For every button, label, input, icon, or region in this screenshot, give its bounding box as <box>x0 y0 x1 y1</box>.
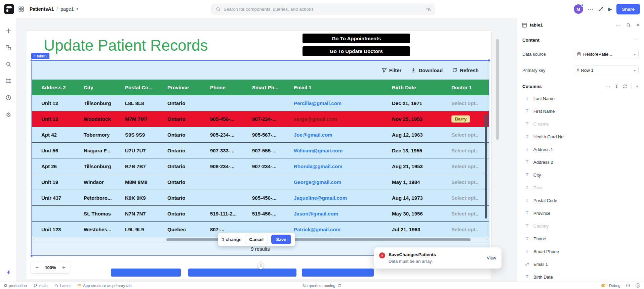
history-icon[interactable] <box>4 94 12 102</box>
doctor-cell[interactable]: Select opt... <box>448 227 479 232</box>
scroll-right-icon[interactable]: › <box>486 237 487 242</box>
table-cell[interactable]: May 1, 1984 <box>389 179 448 185</box>
table-component[interactable]: ⠿ table1 Filter Download <box>32 61 489 255</box>
column-item[interactable]: Email 1 <box>522 258 639 271</box>
cancel-button[interactable]: Cancel <box>245 235 268 244</box>
branch-selector[interactable]: main <box>34 284 48 288</box>
global-search-input[interactable]: Search for components, queries, and acti… <box>211 4 435 14</box>
table-cell[interactable]: Unit 12 <box>38 116 80 122</box>
table-cell[interactable]: 519-111-2... <box>207 211 249 216</box>
table-cell[interactable]: Unir 437 <box>38 195 80 201</box>
column-item[interactable]: TSmart Phone <box>522 245 639 258</box>
column-item[interactable]: TBirth Date <box>522 271 639 282</box>
table-cell[interactable]: Tobermory <box>80 132 122 138</box>
column-header[interactable]: Address 2 <box>38 85 80 90</box>
table-cell[interactable]: 905-567-... <box>249 132 290 138</box>
ai-lightning-icon[interactable] <box>4 268 13 277</box>
search-icon[interactable] <box>626 23 631 28</box>
email-cell[interactable]: Joe@gmail.com <box>290 132 389 138</box>
share-button[interactable]: Share <box>616 4 640 14</box>
search-icon[interactable] <box>4 60 12 68</box>
table-row[interactable]: Apt 26TillsonburgB7B 7B7Ontario908-234-.… <box>32 158 489 174</box>
table-cell[interactable]: Westches... <box>80 227 122 232</box>
table-cell[interactable]: Ontario <box>164 148 207 153</box>
environment-selector[interactable]: production <box>4 284 27 288</box>
column-header[interactable]: Email 1 <box>290 85 389 90</box>
table-cell[interactable]: Ontario <box>164 100 207 106</box>
table-cell[interactable]: Tillsonburg <box>80 100 122 106</box>
column-item[interactable]: TFirst Name <box>522 105 639 117</box>
column-item[interactable]: TProvince <box>522 207 639 220</box>
frame-icon[interactable] <box>4 77 12 85</box>
table-cell[interactable]: 807-... <box>207 227 249 232</box>
table-cell[interactable]: St. Thomas <box>80 211 122 216</box>
doctor-cell[interactable]: Barry <box>448 115 479 123</box>
table-cell[interactable]: Aug 21, 1953 <box>389 163 448 169</box>
table-cell[interactable]: Unit 56 <box>38 148 80 153</box>
add-column-icon[interactable]: + <box>636 83 639 89</box>
columns-sync-icon[interactable] <box>623 84 627 89</box>
table-row[interactable]: Apt 42TobermoryS9S 9S9Ontario905-234-...… <box>32 127 489 142</box>
table-cell[interactable]: 907-555-... <box>249 148 290 153</box>
table-cell[interactable]: Niagara F... <box>80 148 122 153</box>
table-cell[interactable]: Ontario <box>164 179 207 185</box>
selection-handle[interactable] <box>30 59 33 62</box>
selection-handle[interactable] <box>488 59 490 62</box>
table-cell[interactable]: 519-456-... <box>249 211 290 216</box>
table-cell[interactable]: B7B 7B7 <box>122 163 164 169</box>
column-header[interactable]: Province <box>164 85 207 90</box>
table-cell[interactable]: 907-234-... <box>249 163 290 169</box>
go-to-appointments-button[interactable]: Go To Appointments <box>303 34 410 43</box>
doctor-cell[interactable]: Select opt... <box>448 195 479 201</box>
filter-button[interactable]: Filter <box>381 67 402 73</box>
retool-logo-icon[interactable] <box>4 4 14 14</box>
app-structure-item[interactable]: App structure as primary tab <box>77 284 131 288</box>
table-cell[interactable]: 905-456-... <box>249 195 290 201</box>
table-cell[interactable]: Ontario <box>164 195 207 201</box>
email-cell[interactable]: Percilla@gmail.com <box>290 100 389 106</box>
doctor-cell[interactable]: Select opt... <box>448 211 479 216</box>
save-button[interactable]: Save <box>271 235 291 244</box>
table-cell[interactable]: May 30, 1956 <box>389 211 448 216</box>
table-cell[interactable]: Peterboro... <box>80 195 122 201</box>
column-item[interactable]: THealth Card No <box>522 130 639 143</box>
table-cell[interactable]: L9L 9L9 <box>122 227 164 232</box>
table-cell[interactable]: U7U 7U7 <box>122 148 164 153</box>
primary-key-select[interactable]: # Row 1 ▾ <box>574 65 639 75</box>
table-cell[interactable]: Ontario <box>164 163 207 169</box>
table-cell[interactable]: 908-234-... <box>207 163 249 169</box>
table-cell[interactable]: Aug 14, 1973 <box>389 195 448 201</box>
table-cell[interactable]: Dec 13, 1955 <box>389 148 448 153</box>
table-cell[interactable]: Apt 26 <box>38 163 80 169</box>
email-cell[interactable]: Jason@gmail.com <box>290 211 389 216</box>
section-more-icon[interactable]: ⋯ <box>634 37 639 43</box>
email-cell[interactable]: Patrick@gmail.com <box>290 227 389 232</box>
column-item[interactable]: TAddress 1 <box>522 143 639 156</box>
column-header[interactable]: Smart Ph... <box>249 85 290 90</box>
scroll-left-icon[interactable]: ‹ <box>33 237 35 242</box>
expand-icon[interactable] <box>598 6 604 12</box>
partial-button[interactable] <box>188 269 296 277</box>
history-clock-icon[interactable] <box>626 283 630 288</box>
column-header[interactable]: Postal Co... <box>122 85 164 90</box>
add-component-icon[interactable] <box>4 27 12 35</box>
table-cell[interactable]: Nov 25, 1953 <box>389 116 448 122</box>
go-to-update-doctors-button[interactable]: Go To Update Doctors <box>303 46 410 56</box>
email-cell[interactable]: Rhonda@gmail.com <box>290 163 389 169</box>
doctor-cell[interactable]: Select opt... <box>448 100 479 106</box>
close-icon[interactable]: × <box>636 22 639 28</box>
pages-grid-icon[interactable] <box>18 6 24 12</box>
table-cell[interactable]: M8M 8M8 <box>122 179 164 185</box>
resize-handle[interactable]: ⠿ <box>257 262 264 269</box>
avatar[interactable]: M <box>574 4 583 14</box>
column-item[interactable]: TCity <box>522 168 639 181</box>
table-cell[interactable]: Tillsonburg <box>80 163 122 169</box>
table-cell[interactable]: Dec 21, 1971 <box>389 100 448 106</box>
more-menu-icon[interactable]: ⋯ <box>615 22 621 28</box>
help-icon[interactable]: ? <box>636 283 640 288</box>
column-item[interactable]: TAddress 2 <box>522 156 639 168</box>
column-item[interactable]: TProv <box>522 181 639 194</box>
table-cell[interactable]: 905-456-... <box>207 116 249 122</box>
version-selector[interactable]: Latest <box>54 284 71 288</box>
column-item[interactable]: TCountry <box>522 220 639 232</box>
